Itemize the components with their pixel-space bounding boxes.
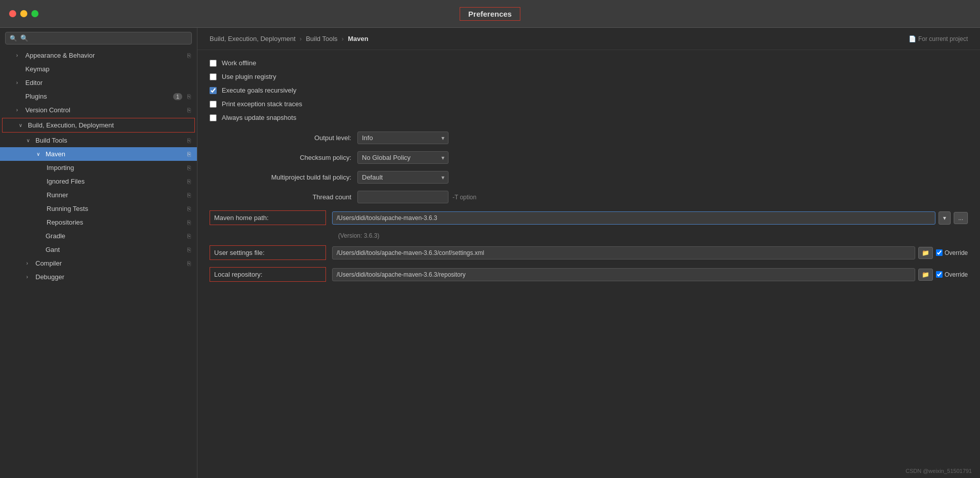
footer-watermark: CSDN @weixin_51501791: [906, 468, 972, 474]
sidebar-item-build-execution-deployment[interactable]: ∨ Build, Execution, Deployment: [2, 118, 195, 133]
multiproject-select[interactable]: Default Fail At End Never Fail: [357, 171, 448, 184]
checksum-policy-row: Checksum policy: No Global Policy Strict…: [210, 151, 968, 164]
user-settings-override-checkbox[interactable]: [936, 249, 943, 256]
copy-icon: ⎘: [187, 52, 191, 59]
sidebar-item-editor[interactable]: › Editor: [0, 76, 197, 90]
chevron-right-icon: ›: [16, 80, 22, 85]
sidebar-item-gant[interactable]: › Gant ⎘: [0, 243, 197, 256]
sidebar-item-label: Gradle: [46, 232, 184, 240]
thread-count-input[interactable]: [357, 191, 448, 203]
window-controls[interactable]: [9, 10, 38, 17]
sidebar-item-compiler[interactable]: › Compiler ⎘: [0, 256, 197, 270]
local-repository-label: Local repository:: [210, 267, 326, 282]
use-plugin-registry-label: Use plugin registry: [222, 73, 276, 80]
sidebar-item-appearance-behavior[interactable]: › Appearance & Behavior ⎘: [0, 49, 197, 62]
sidebar-item-label: Plugins: [25, 93, 173, 100]
sidebar-item-label: Editor: [25, 79, 191, 86]
breadcrumb-separator-1: ›: [300, 35, 302, 42]
copy-icon: ⎘: [187, 205, 191, 212]
sidebar-item-label: Version Control: [25, 106, 184, 114]
sidebar-item-ignored-files[interactable]: Ignored Files ⎘: [0, 175, 197, 188]
local-repository-input[interactable]: [332, 268, 915, 281]
sidebar-item-label: Ignored Files: [47, 178, 184, 185]
user-settings-override-check: Override: [936, 249, 968, 256]
user-settings-file-label: User settings file:: [210, 245, 326, 260]
chevron-down-icon: ∨: [19, 122, 25, 128]
maximize-button[interactable]: [31, 10, 38, 17]
sidebar-item-maven[interactable]: ∨ Maven ⎘: [0, 147, 197, 161]
sidebar-item-label: Running Tests: [47, 205, 184, 212]
local-repository-browse-btn[interactable]: 📁: [918, 269, 933, 281]
chevron-right-icon: ›: [26, 260, 32, 266]
sidebar-item-repositories[interactable]: Repositories ⎘: [0, 215, 197, 229]
sidebar-item-gradle[interactable]: › Gradle ⎘: [0, 229, 197, 243]
checkbox-execute-goals-row: Execute goals recursively: [210, 86, 968, 94]
sidebar-item-importing[interactable]: Importing ⎘: [0, 161, 197, 175]
maven-home-path-input[interactable]: [332, 211, 935, 225]
sidebar-item-plugins[interactable]: › Plugins 1 ⎘: [0, 90, 197, 103]
copy-icon: ⎘: [187, 93, 191, 100]
maven-home-path-label: Maven home path:: [210, 210, 326, 225]
user-settings-file-input[interactable]: [332, 246, 915, 259]
local-repository-override-checkbox[interactable]: [936, 271, 943, 278]
output-level-control: Info Debug Quiet: [357, 132, 448, 144]
copy-icon: ⎘: [187, 137, 191, 144]
output-level-select-wrapper: Info Debug Quiet: [357, 132, 448, 144]
copy-icon: ⎘: [187, 164, 191, 171]
user-settings-file-row: User settings file: 📁 Override: [210, 245, 968, 260]
always-update-checkbox[interactable]: [210, 114, 217, 121]
breadcrumb-current: Maven: [348, 35, 368, 42]
sidebar-item-label: Importing: [47, 164, 184, 171]
checksum-policy-select[interactable]: No Global Policy Strict Lax Ignore: [357, 151, 448, 164]
sidebar-item-label: Build, Execution, Deployment: [28, 121, 188, 129]
copy-icon: ⎘: [187, 107, 191, 114]
checkbox-always-update-row: Always update snapshots: [210, 114, 968, 121]
sidebar-item-debugger[interactable]: › Debugger: [0, 270, 197, 284]
copy-icon: ⎘: [187, 151, 191, 158]
multiproject-policy-label: Multiproject build fail policy:: [210, 173, 351, 181]
sidebar-item-label: Runner: [47, 191, 184, 199]
output-level-select[interactable]: Info Debug Quiet: [357, 132, 448, 144]
close-button[interactable]: [9, 10, 16, 17]
sidebar-item-label: Gant: [46, 246, 184, 253]
title-bar: Preferences: [0, 0, 980, 28]
sidebar-item-build-tools[interactable]: ∨ Build Tools ⎘: [0, 134, 197, 147]
copy-icon: ⎘: [187, 178, 191, 185]
output-level-label: Output level:: [210, 134, 351, 142]
sidebar-item-running-tests[interactable]: Running Tests ⎘: [0, 202, 197, 215]
local-repository-row: Local repository: 📁 Override: [210, 267, 968, 282]
sidebar-item-version-control[interactable]: › Version Control ⎘: [0, 103, 197, 117]
search-bar[interactable]: 🔍: [5, 32, 192, 45]
search-input[interactable]: [20, 34, 187, 42]
sidebar-item-runner[interactable]: Runner ⎘: [0, 188, 197, 202]
maven-home-path-dropdown-btn[interactable]: ▾: [938, 211, 951, 225]
breadcrumb-separator-2: ›: [342, 35, 344, 42]
chevron-right-icon: ›: [16, 107, 22, 113]
use-plugin-registry-checkbox[interactable]: [210, 73, 217, 80]
user-settings-file-browse-btn[interactable]: 📁: [918, 247, 933, 259]
work-offline-checkbox[interactable]: [210, 60, 217, 67]
sidebar-item-label: Keymap: [25, 65, 191, 73]
print-exception-checkbox[interactable]: [210, 101, 217, 108]
t-option-label: -T option: [453, 194, 476, 201]
project-icon: 📄: [909, 35, 916, 42]
execute-goals-label: Execute goals recursively: [222, 86, 296, 94]
checkbox-use-plugin-registry-row: Use plugin registry: [210, 73, 968, 80]
search-icon: 🔍: [10, 35, 17, 42]
breadcrumb: Build, Execution, Deployment › Build Too…: [197, 28, 980, 50]
breadcrumb-part-2: Build Tools: [306, 35, 338, 42]
execute-goals-checkbox[interactable]: [210, 87, 217, 94]
multiproject-policy-row: Multiproject build fail policy: Default …: [210, 171, 968, 184]
copy-icon: ⎘: [187, 246, 191, 253]
main-layout: 🔍 › Appearance & Behavior ⎘ › Keymap › E…: [0, 28, 980, 478]
sidebar-item-label: Maven: [46, 150, 184, 158]
minimize-button[interactable]: [20, 10, 27, 17]
always-update-label: Always update snapshots: [222, 114, 296, 121]
checksum-policy-label: Checksum policy:: [210, 154, 351, 161]
user-settings-override-label: Override: [945, 249, 968, 256]
breadcrumb-part-1: Build, Execution, Deployment: [210, 35, 296, 42]
maven-home-path-row: Maven home path: ▾ ...: [210, 210, 968, 225]
maven-home-path-browse-btn[interactable]: ...: [954, 212, 968, 224]
local-repository-override-check: Override: [936, 271, 968, 278]
sidebar-item-keymap[interactable]: › Keymap: [0, 62, 197, 76]
